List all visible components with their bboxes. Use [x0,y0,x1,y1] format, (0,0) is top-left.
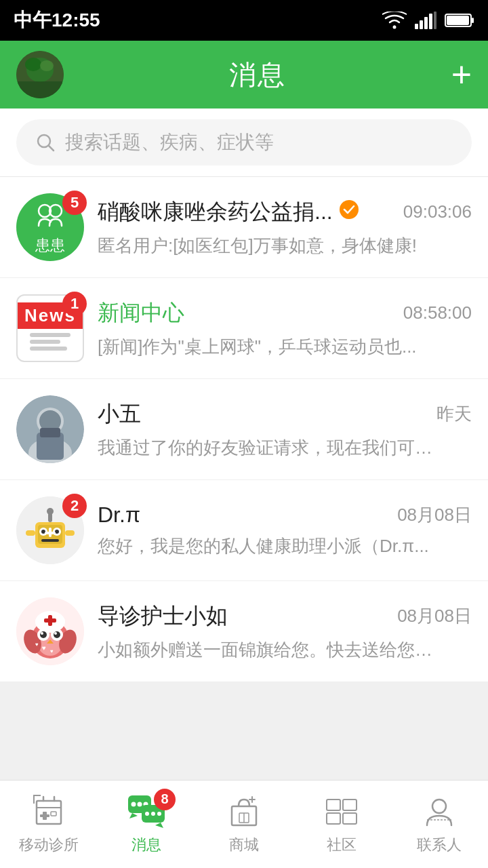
svg-text:♥: ♥ [35,642,39,648]
nav-item-message[interactable]: 8 消息 [98,781,195,868]
nav-item-contacts[interactable]: 联系人 [390,781,488,868]
svg-point-68 [145,812,149,816]
msg-content: 导诊护士小如 08月08日 小如额外赠送一面锦旗给您。快去送给您喜... [98,601,472,662]
avatar-image [16,51,64,98]
avatar-wrap: 患患 5 [16,193,84,261]
svg-rect-77 [343,800,357,810]
msg-preview: 匿名用户:[如医红包]万事如意，身体健康! [98,234,436,258]
msg-time: 08月08日 [397,503,472,527]
avatar: ♥ ♥ ♥ [16,597,84,665]
svg-rect-5 [434,12,436,29]
nav-icon-message: 8 [127,794,166,829]
svg-rect-78 [327,813,340,824]
msg-name: 小五 [98,399,141,429]
list-item[interactable]: 2 Dr.π 08月08日 您好，我是您的私人健康助理小派（Dr.π... [0,480,488,581]
avatar-wrap: News 1 [16,294,84,362]
message-list: 患患 5 硝酸咪康唑余药公益捐... 09:03:0 [0,177,488,682]
msg-preview: 我通过了你的好友验证请求，现在我们可以... [98,436,436,460]
avatar-wrap [16,395,84,463]
msg-name: 导诊护士小如 [98,601,228,631]
svg-point-69 [151,812,155,816]
svg-rect-4 [429,14,432,29]
svg-point-64 [131,802,136,806]
clinic-icon [31,794,66,829]
avatar[interactable] [16,51,64,98]
nav-item-shop[interactable]: 商城 [195,781,293,868]
svg-rect-24 [40,428,60,437]
svg-rect-8 [447,16,469,25]
svg-point-34 [47,508,54,515]
svg-rect-61 [40,814,49,817]
nav-label-contacts: 联系人 [417,835,462,855]
list-item[interactable]: ♥ ♥ ♥ 导诊护士小如 08月08日 小如额外赠送一面锦旗给您。快去送给您喜.… [0,581,488,682]
svg-point-12 [40,60,54,71]
svg-rect-38 [45,532,56,534]
search-placeholder: 搜索话题、疾病、症状等 [65,130,274,155]
msg-content: 硝酸咪康唑余药公益捐... 09:03:06 匿名用户:[如医红包]万事如意，身… [98,197,472,258]
svg-line-15 [49,146,54,151]
nav-label-shop: 商城 [229,835,259,855]
status-bar: 中午12:55 [0,0,488,41]
verified-icon [338,199,360,225]
add-button[interactable]: + [451,57,472,92]
svg-rect-35 [26,530,35,536]
badge: 1 [62,292,87,316]
msg-time: 08月08日 [397,604,472,628]
list-item[interactable]: 患患 5 硝酸咪康唑余药公益捐... 09:03:0 [0,177,488,278]
list-item[interactable]: News 1 新闻中心 08:58:00 [新闻]作为"桌上网球"，乒乓球运动员… [0,278,488,379]
nav-icon-community [324,794,359,829]
svg-rect-7 [472,18,474,23]
msg-preview: [新闻]作为"桌上网球"，乒乓球运动员也... [98,335,436,359]
msg-name: Dr.π [98,502,140,528]
msg-preview: 小如额外赠送一面锦旗给您。快去送给您喜... [98,638,436,662]
msg-time: 09:03:06 [403,201,472,222]
msg-top: 小五 昨天 [98,399,472,429]
msg-name: 硝酸咪康唑余药公益捐... [98,197,333,227]
shop-icon [226,794,262,829]
msg-top: 新闻中心 08:58:00 [98,298,472,328]
svg-point-18 [340,200,359,219]
svg-rect-32 [41,539,59,542]
svg-point-0 [393,26,396,29]
signal-icon [415,12,436,29]
svg-text:♥: ♥ [42,644,46,652]
header: 消息 + [0,41,488,108]
svg-point-65 [138,802,142,806]
badge: 2 [62,494,87,518]
svg-rect-62 [51,812,56,816]
msg-top: Dr.π 08月08日 [98,502,472,528]
svg-point-51 [54,631,60,638]
news-lines [26,329,75,355]
nav-item-community[interactable]: 社区 [293,781,390,868]
svg-rect-47 [44,618,56,623]
msg-name: 新闻中心 [98,298,184,328]
svg-point-50 [40,631,47,638]
svg-rect-3 [424,17,428,29]
avatar [16,395,84,463]
svg-point-11 [25,58,41,71]
msg-time: 08:58:00 [403,302,472,323]
avatar-wrap: ♥ ♥ ♥ [16,597,84,665]
nav-label-message: 消息 [131,835,161,855]
svg-rect-76 [327,800,340,810]
msg-top: 硝酸咪康唑余药公益捐... 09:03:06 [98,197,472,227]
nav-badge-message: 8 [154,789,176,810]
contacts-icon [422,794,457,829]
svg-point-52 [41,632,43,635]
search-icon [35,132,56,153]
search-bar: 搜索话题、疾病、症状等 [0,108,488,177]
avatar-label: 患患 [35,235,65,256]
svg-rect-13 [16,81,64,98]
nav-item-clinic[interactable]: 移动诊所 [0,781,98,868]
list-item[interactable]: 小五 昨天 我通过了你的好友验证请求，现在我们可以... [0,379,488,480]
avatar-wrap: 2 [16,496,84,564]
nav-label-community: 社区 [327,835,357,855]
svg-rect-2 [420,20,423,29]
svg-text:♥: ♥ [50,648,54,654]
search-input-wrap[interactable]: 搜索话题、疾病、症状等 [16,119,472,165]
nav-label-clinic: 移动诊所 [19,835,79,855]
status-icons [382,12,474,29]
msg-top: 导诊护士小如 08月08日 [98,601,472,631]
time: 中午12:55 [14,7,100,33]
svg-rect-36 [65,530,75,536]
